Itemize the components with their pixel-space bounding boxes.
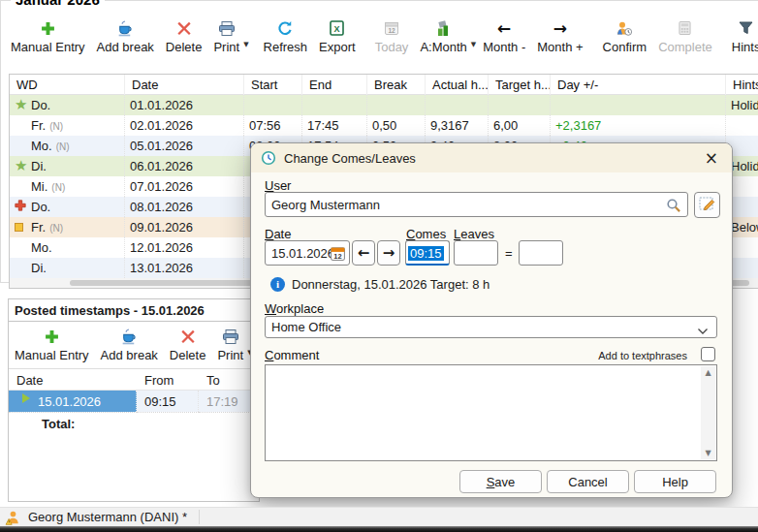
play-icon: [22, 393, 30, 403]
search-icon[interactable]: [666, 198, 681, 216]
info-icon: i: [270, 277, 285, 292]
workplace-label: Workplace: [265, 301, 324, 316]
delete-button[interactable]: Delete: [160, 16, 208, 60]
posted-header-row: Date From To: [9, 369, 259, 391]
leaves-label: Leaves: [454, 227, 494, 241]
add-to-textphrases-checkbox[interactable]: [701, 347, 715, 361]
day-diff-cell: [551, 95, 726, 115]
close-icon[interactable]: ×: [705, 150, 718, 167]
column-header-end[interactable]: End: [302, 75, 367, 95]
result-field[interactable]: [519, 240, 563, 266]
start-cell: 07:56: [244, 115, 302, 136]
comment-textarea[interactable]: ▲ ▼: [265, 364, 717, 461]
previous-day-button[interactable]: ←: [352, 240, 375, 266]
star-icon: ★: [15, 157, 27, 174]
month-plus-button[interactable]: → Month +: [531, 16, 588, 60]
posted-column-date[interactable]: Date: [9, 369, 137, 391]
scroll-down-icon[interactable]: ▼: [705, 449, 711, 457]
refresh-icon: [276, 17, 294, 39]
date-cell: 01.01.2026: [125, 95, 244, 115]
save-button[interactable]: Save: [459, 470, 542, 493]
timesheet-row[interactable]: Fr.(N)02.01.202607:5617:450,509,31676,00…: [10, 115, 758, 136]
date-cell: 09.01.2026: [125, 217, 244, 237]
date-label: Date: [265, 227, 291, 241]
today-button[interactable]: 12 Today: [369, 16, 415, 60]
break-cell: 0,50: [367, 115, 426, 136]
manual-entry-button[interactable]: Manual Entry: [5, 16, 91, 60]
comes-field[interactable]: 09:15: [405, 240, 450, 266]
column-header-start[interactable]: Start: [244, 75, 302, 95]
printer-icon: [218, 17, 236, 39]
posted-date-cell: 15.01.2026: [9, 391, 137, 412]
wd-cell: Di.: [10, 258, 125, 278]
svg-text:12: 12: [388, 27, 395, 34]
column-header-target[interactable]: Target h...: [489, 75, 551, 95]
svg-text:12: 12: [333, 252, 341, 261]
help-button[interactable]: Help: [634, 470, 716, 493]
wd-cell: Mi.(N): [10, 176, 125, 197]
date-cell: 06.01.2026: [125, 156, 244, 176]
calculator-icon: [679, 17, 691, 39]
posted-manual-entry-button[interactable]: Manual Entry: [9, 324, 95, 368]
posted-print-button[interactable]: Print: [211, 324, 249, 368]
arrow-left-icon: ←: [497, 20, 511, 37]
wd-cell: Mo.: [10, 237, 125, 258]
user-field[interactable]: Georg Mustermann: [265, 192, 688, 217]
calendar-icon[interactable]: 12: [330, 245, 346, 265]
next-day-button[interactable]: →: [377, 240, 400, 266]
comment-label: Comment: [265, 348, 319, 362]
comes-label: Comes: [406, 227, 446, 241]
posted-add-break-button[interactable]: Add break: [95, 324, 164, 368]
wd-cell: ★Di.: [10, 156, 125, 176]
column-header-date[interactable]: Date: [125, 75, 244, 95]
wd-cell: Do.: [10, 197, 125, 217]
edit-user-button[interactable]: [694, 192, 720, 218]
comment-scrollbar[interactable]: ▲ ▼: [701, 366, 715, 459]
a-month-button[interactable]: A:Month: [414, 16, 472, 60]
date-field[interactable]: 15.01.2026 12: [265, 240, 350, 266]
pencil-icon: [699, 195, 716, 215]
confirm-button[interactable]: Confirm: [597, 16, 653, 60]
end-cell: 17:45: [302, 115, 367, 136]
delete-x-icon: [181, 326, 195, 347]
posted-from-cell: 09:15: [137, 391, 199, 412]
posted-toolbar: Manual Entry Add break Delete Print ▼: [9, 322, 259, 368]
complete-button[interactable]: Complete: [652, 16, 718, 60]
column-header-hints[interactable]: Hints: [726, 75, 758, 95]
delete-x-icon: [177, 17, 191, 39]
posted-delete-button[interactable]: Delete: [164, 324, 212, 368]
dialog-title: Change Comes/Leaves: [284, 151, 416, 166]
hints-button[interactable]: Hints: [726, 16, 758, 60]
status-user-text: Georg Mustermann (DANI) *: [28, 510, 187, 524]
cancel-button[interactable]: Cancel: [547, 470, 629, 493]
column-header-break[interactable]: Break: [367, 75, 426, 95]
column-header-wd[interactable]: WD: [10, 75, 125, 95]
posted-column-from[interactable]: From: [137, 369, 199, 391]
add-break-button[interactable]: Add break: [91, 16, 160, 60]
dialog-titlebar[interactable]: Change Comes/Leaves ×: [251, 143, 732, 172]
timesheet-row[interactable]: ★Do.01.01.2026Holiday: [10, 95, 758, 115]
column-header-actual[interactable]: Actual h...: [426, 75, 489, 95]
workplace-select[interactable]: Home Office: [265, 316, 717, 338]
timesheet-header-row: WD Date Start End Break Actual h... Targ…: [10, 75, 758, 95]
break-cell: [367, 95, 426, 115]
wd-cell: Fr.(N): [10, 217, 125, 237]
actual-hours-cell: [426, 95, 489, 115]
refresh-button[interactable]: Refresh: [258, 16, 314, 60]
scroll-up-icon[interactable]: ▲: [705, 368, 711, 377]
posted-timestamp-row[interactable]: 15.01.202609:1517:19: [9, 391, 259, 412]
date-cell: 05.01.2026: [125, 136, 244, 156]
wd-cell: Fr.(N): [10, 115, 125, 136]
print-dropdown-arrow-icon[interactable]: ▼: [243, 42, 248, 48]
date-cell: 12.01.2026: [125, 237, 244, 258]
export-button[interactable]: X Export: [313, 16, 362, 60]
person-clock-icon: [616, 17, 633, 39]
equals-label: =: [505, 246, 513, 261]
svg-text:X: X: [334, 24, 340, 34]
leaves-field[interactable]: [454, 240, 498, 266]
month-minus-button[interactable]: ← Month -: [477, 16, 531, 60]
column-header-day[interactable]: Day +/-: [551, 75, 726, 95]
a-month-dropdown-arrow-icon[interactable]: ▼: [471, 42, 476, 48]
print-button[interactable]: Print: [207, 16, 245, 60]
total-label: Total:: [9, 412, 137, 433]
